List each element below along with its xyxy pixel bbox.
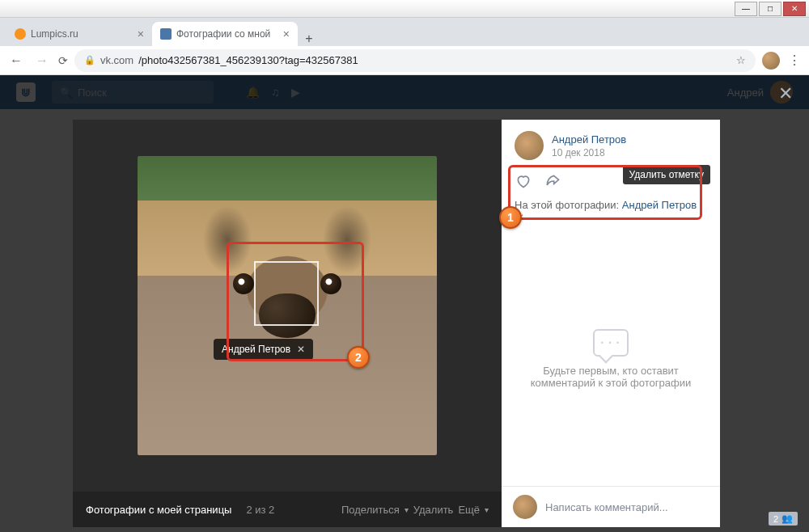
commenter-avatar-icon [513, 495, 537, 519]
bookmark-star-icon[interactable]: ☆ [736, 54, 746, 66]
tab-lumpics[interactable]: Lumpics.ru × [6, 22, 152, 46]
empty-text: Будьте первым, кто оставит комментарий к… [526, 365, 696, 389]
new-tab-button[interactable]: + [298, 32, 320, 46]
annotation-step-2: 2 [347, 346, 370, 369]
author-name-link[interactable]: Андрей Петров [552, 133, 626, 146]
chevron-down-icon: ▾ [404, 505, 409, 514]
window-close-button[interactable]: ✕ [783, 2, 806, 16]
photo-panel: Андрей Петров ✕ 2 Фотографии с моей стра… [73, 120, 502, 527]
photo-tag-box[interactable] [254, 261, 319, 326]
tagged-label: На этой фотографии: [515, 199, 619, 211]
url-host: vk.com [100, 54, 133, 66]
url-path: /photo432567381_456239130?tag=432567381 [138, 54, 358, 66]
photo-date: 10 дек 2018 [552, 147, 626, 158]
photo-counter: 2 из 2 [246, 504, 274, 516]
lumpics-favicon-icon [15, 28, 26, 40]
browser-menu-button[interactable]: ⋮ [786, 53, 803, 68]
comment-input[interactable]: Написать комментарий... [545, 501, 668, 513]
more-link[interactable]: Ещё [458, 504, 480, 516]
profile-avatar-icon[interactable] [762, 52, 780, 70]
tab-close-icon[interactable]: × [138, 27, 144, 40]
photo-author: Андрей Петров 10 дек 2018 [502, 120, 720, 168]
share-link[interactable]: Поделиться [341, 504, 400, 516]
tab-close-icon[interactable]: × [283, 27, 290, 40]
tab-label: Lumpics.ru [31, 28, 78, 40]
browser-toolbar: ← → ⟳ 🔒 vk.com/photo432567381_456239130?… [0, 46, 809, 75]
tagged-people: На этой фотографии: Андрей Петров ✕ [502, 196, 720, 231]
remove-tag-button[interactable]: ✕ [516, 212, 524, 223]
tab-vk-photos[interactable]: Фотографии со мной × [152, 22, 298, 46]
window-minimize-button[interactable]: — [735, 2, 757, 16]
people-icon: 👥 [781, 513, 793, 524]
comments-empty-state: Будьте первым, кто оставит комментарий к… [502, 231, 720, 486]
photo-detail [233, 273, 254, 294]
browser-tabs: Lumpics.ru × Фотографии со мной × + [0, 18, 809, 46]
comment-bubble-icon [593, 329, 629, 357]
tab-label: Фотографии со мной [176, 28, 270, 40]
page-content: ⋓ 🔍 Поиск 🔔 ♫ ▶ Андрей ⌂М ▦Н ✉С 👤Д 👥М 📷Ф… [0, 75, 809, 532]
album-title: Фотографии с моей страницы [86, 504, 231, 516]
photo-bottom-bar: Фотографии с моей страницы 2 из 2 Подели… [73, 492, 502, 527]
reload-button[interactable]: ⟳ [58, 54, 68, 67]
chevron-down-icon: ▾ [485, 505, 489, 514]
back-button[interactable]: ← [6, 53, 26, 68]
like-button[interactable] [515, 173, 532, 189]
address-bar[interactable]: 🔒 vk.com/photo432567381_456239130?tag=43… [74, 49, 756, 72]
window-titlebar: — □ ✕ [0, 0, 809, 18]
delete-link[interactable]: Удалить [413, 504, 454, 516]
tag-remove-icon[interactable]: ✕ [297, 344, 305, 355]
share-button[interactable] [544, 173, 561, 189]
comment-input-row: Написать комментарий... [502, 486, 720, 527]
badge-count: 2 [773, 514, 778, 524]
forward-button[interactable]: → [32, 53, 52, 68]
photo-viewer: Андрей Петров ✕ 2 Фотографии с моей стра… [73, 120, 720, 527]
tagged-person-link[interactable]: Андрей Петров [622, 199, 697, 211]
photo-tag-label[interactable]: Андрей Петров ✕ [214, 339, 313, 360]
remove-tag-tooltip: Удалить отметку [623, 165, 710, 184]
scroll-badge[interactable]: 2 👥 [769, 512, 798, 526]
photo-image[interactable]: Андрей Петров ✕ 2 [138, 156, 437, 455]
photo-detail [320, 273, 341, 294]
overlay-close-button[interactable]: ✕ [778, 83, 793, 104]
photo-frame: Андрей Петров ✕ 2 [73, 120, 502, 492]
window-maximize-button[interactable]: □ [759, 2, 781, 16]
photo-actions: Поделиться▾ Удалить Ещё▾ [341, 504, 489, 516]
author-avatar-icon[interactable] [515, 131, 544, 160]
tag-name: Андрей Петров [222, 344, 290, 355]
vk-favicon-icon [160, 28, 172, 40]
lock-icon: 🔒 [84, 55, 95, 65]
photo-info-panel: Андрей Петров 10 дек 2018 На этой фотогр… [502, 120, 720, 527]
